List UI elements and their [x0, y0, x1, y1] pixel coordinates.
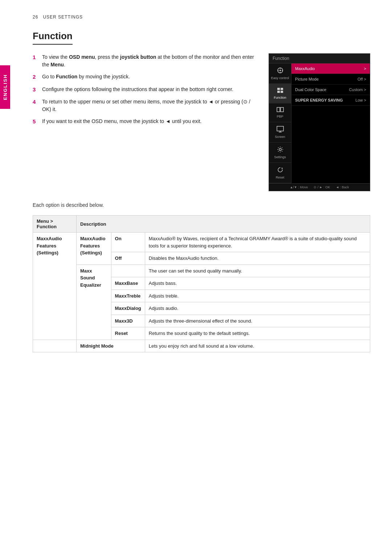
table-cell-reset: Reset	[111, 327, 145, 340]
table-cell-desc-maxxtreble: Adjusts treble.	[145, 290, 370, 302]
instructions: 1 To view the OSD menu, press the joysti…	[33, 53, 258, 191]
instruction-num-3: 3	[33, 86, 38, 94]
main-content: 26 USER SETTINGS Function 1 To view the …	[22, 0, 392, 367]
osd-title: Function	[273, 56, 289, 61]
osd-main: MaxxAudio > Picture Mode Off > Dual Colo…	[291, 64, 370, 183]
svg-rect-8	[277, 91, 280, 93]
osd-sidebar-easy-control[interactable]: Easy control	[269, 64, 291, 84]
instruction-list: 1 To view the OSD menu, press the joysti…	[33, 53, 258, 126]
table-cell-sub2-empty	[111, 265, 145, 277]
osd-sidebar-reset[interactable]: Reset	[269, 163, 291, 183]
screen-label: Screen	[275, 135, 285, 139]
instruction-item-1: 1 To view the OSD menu, press the joysti…	[33, 53, 258, 69]
table-cell-desc-on: MaxxAudio® by Waves, recipient of a Tech…	[145, 233, 370, 252]
easy-control-icon	[277, 67, 283, 75]
osd-footer-move: ▲/▼ : Move	[290, 185, 308, 189]
instruction-num-4: 4	[33, 98, 38, 113]
osd-item-dual-label: Dual Color Space	[295, 87, 326, 92]
table-cell-desc-midnight: Lets you enjoy rich and full sound at a …	[145, 340, 370, 352]
section-title: Function	[33, 30, 73, 45]
osd-body: Easy control Function	[269, 64, 370, 183]
screen-icon	[277, 126, 284, 134]
each-option-text: Each option is described below.	[33, 202, 370, 208]
osd-sidebar-function[interactable]: Function	[269, 84, 291, 103]
svg-rect-11	[281, 107, 283, 112]
table-cell-sub1-maxxaudio: MaxxAudioFeatures(Settings)	[77, 233, 111, 265]
section-label: USER SETTINGS	[43, 15, 83, 20]
table-cell-maxxtreble: MaxxTreble	[111, 290, 145, 302]
function-label: Function	[274, 96, 286, 99]
table-cell-desc-reset: Returns the sound quality to the default…	[145, 327, 370, 340]
instruction-item-5: 5 If you want to exit the OSD menu, move…	[33, 118, 258, 126]
svg-rect-7	[281, 88, 283, 90]
table-row: MaxxAudioFeatures(Settings) MaxxAudioFea…	[33, 233, 370, 252]
instruction-text-1: To view the OSD menu, press the joystick…	[42, 53, 258, 69]
osd-menu-maxxaudio[interactable]: MaxxAudio >	[291, 64, 370, 74]
instruction-text-5: If you want to exit the OSD menu, move t…	[42, 118, 202, 126]
table-cell-desc-maxxdialog: Adjusts audio.	[145, 302, 370, 315]
osd-item-maxxaudio-label: MaxxAudio	[295, 66, 315, 71]
instruction-text-2: Go to Function by moving the joystick.	[42, 73, 130, 81]
page-number: 26	[33, 15, 38, 20]
osd-menu-energy-saving[interactable]: SUPER ENERGY SAVING Low >	[291, 95, 370, 106]
table-header-description: Description	[77, 216, 370, 233]
instruction-text-4: To return to the upper menu or set other…	[42, 98, 258, 113]
svg-rect-6	[277, 88, 280, 90]
osd-panel: Function	[269, 53, 370, 191]
instruction-item-2: 2 Go to Function by moving the joystick.	[33, 73, 258, 81]
osd-item-dual-value: Custom >	[349, 87, 366, 92]
svg-rect-9	[281, 91, 283, 93]
table-cell-midnight-mode: Midnight Mode	[77, 340, 145, 352]
osd-menu-dual-color[interactable]: Dual Color Space Custom >	[291, 85, 370, 95]
osd-footer-back: ◄ : Back	[336, 185, 349, 189]
content-row: 1 To view the OSD menu, press the joysti…	[33, 53, 370, 191]
table-cell-maxxdialog: MaxxDialog	[111, 302, 145, 315]
settings-label: Settings	[274, 155, 286, 159]
page-header: 26 USER SETTINGS	[33, 15, 370, 20]
table-cell-sub1-equalizer: Maxx SoundEqualizer	[77, 265, 111, 340]
table-cell-menu-maxxaudio: MaxxAudioFeatures(Settings)	[33, 233, 77, 340]
pbp-icon	[277, 107, 284, 113]
table-cell-sub2-off: Off	[111, 252, 145, 265]
osd-item-picture-value: Off >	[358, 77, 366, 81]
table-header-menu: Menu > Function	[33, 216, 77, 233]
table-cell-desc-maxx-sound: The user can set the sound quality manua…	[145, 265, 370, 277]
function-icon	[277, 87, 283, 94]
osd-item-energy-label: SUPER ENERGY SAVING	[295, 98, 343, 102]
pbp-label: PBP	[277, 115, 283, 118]
table-row: Midnight Mode Lets you enjoy rich and fu…	[33, 340, 370, 352]
instruction-num-2: 2	[33, 73, 38, 81]
table-cell-maxxbase: MaxxBase	[111, 277, 145, 290]
svg-rect-10	[277, 107, 280, 112]
table-cell-maxx3d: Maxx3D	[111, 315, 145, 327]
osd-sidebar-settings[interactable]: Settings	[269, 143, 291, 163]
svg-point-15	[279, 148, 281, 151]
table-row: Maxx SoundEqualizer The user can set the…	[33, 265, 370, 277]
instruction-item-4: 4 To return to the upper menu or set oth…	[33, 98, 258, 113]
side-tab-label: ENGLISH	[3, 74, 8, 100]
description-table: Menu > Function Description MaxxAudioFea…	[33, 215, 370, 352]
table-cell-desc-off: Disables the MaxxAudio function.	[145, 252, 370, 265]
osd-sidebar-pbp[interactable]: PBP	[269, 103, 291, 122]
table-cell-sub2-on: On	[111, 233, 145, 252]
table-cell-desc-maxxbase: Adjusts bass.	[145, 277, 370, 290]
reset-icon	[277, 167, 283, 174]
instruction-text-3: Configure the options following the inst…	[42, 86, 233, 94]
reset-label: Reset	[276, 176, 285, 179]
svg-rect-12	[277, 126, 283, 131]
osd-sidebar-screen[interactable]: Screen	[269, 122, 291, 143]
osd-footer-ok: ⊙ / ► : OK	[314, 185, 330, 189]
osd-item-picture-label: Picture Mode	[295, 77, 319, 81]
osd-title-bar: Function	[269, 54, 370, 64]
instruction-num-5: 5	[33, 118, 38, 126]
settings-icon	[277, 146, 283, 154]
side-tab: ENGLISH	[0, 65, 10, 109]
table-cell-desc-maxx3d: Adjusts the three-dimensional effect of …	[145, 315, 370, 327]
instruction-num-1: 1	[33, 53, 38, 69]
osd-menu-picture-mode[interactable]: Picture Mode Off >	[291, 74, 370, 85]
osd-item-maxxaudio-value: >	[364, 66, 366, 71]
instruction-item-3: 3 Configure the options following the in…	[33, 86, 258, 94]
osd-footer: ▲/▼ : Move ⊙ / ► : OK ◄ : Back	[269, 183, 370, 191]
svg-point-1	[279, 70, 281, 71]
osd-item-energy-value: Low >	[355, 98, 366, 102]
